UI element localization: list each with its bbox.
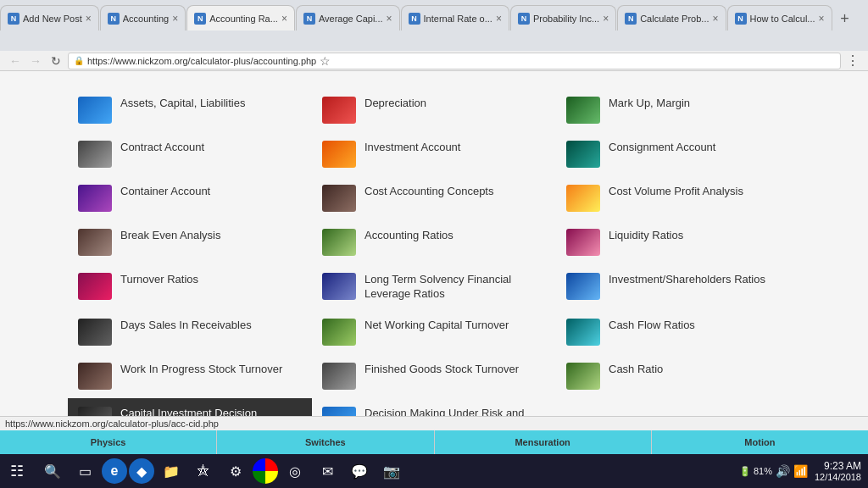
tab-label-0: Add New Post: [23, 14, 82, 24]
tab-label-6: Calculate Prob...: [640, 14, 709, 24]
tab-close-6[interactable]: ×: [713, 13, 719, 25]
bookmark-icon[interactable]: ☆: [320, 54, 331, 68]
menu-thumb-15: [78, 319, 112, 346]
status-bar: https://www.nickzom.org/calculator-plus/…: [0, 416, 868, 430]
chrome-icon[interactable]: [253, 458, 278, 484]
menu-item-13[interactable]: Long Term Solvency Financial Leverage Ra…: [312, 264, 556, 310]
file-explorer-icon[interactable]: 📁: [156, 456, 186, 486]
menu-item-2[interactable]: Mark Up, Margin: [556, 88, 800, 132]
menu-label-5: Consignment Account: [609, 141, 715, 155]
cortana-icon[interactable]: ◆: [129, 458, 154, 484]
reload-button[interactable]: ↻: [47, 53, 64, 69]
menu-label-10: Accounting Ratios: [364, 229, 453, 243]
task-view-icon[interactable]: ▭: [70, 456, 100, 486]
menu-item-4[interactable]: Investment Account: [312, 132, 556, 176]
browser-tab-6[interactable]: NCalculate Prob...×: [617, 5, 726, 30]
menu-item-1[interactable]: Depreciation: [312, 88, 556, 132]
menu-item-20[interactable]: Cash Ratio: [556, 354, 800, 398]
menu-label-20: Cash Ratio: [609, 363, 663, 377]
search-taskbar-icon[interactable]: 🔍: [37, 456, 68, 486]
tab-label-4: Internal Rate o...: [424, 14, 492, 24]
bottom-tab-2[interactable]: Mensuration: [435, 430, 652, 454]
menu-item-14[interactable]: Investment/Shareholders Ratios: [556, 264, 800, 310]
camera-icon[interactable]: 📷: [376, 456, 407, 486]
menu-item-12[interactable]: Turnover Ratios: [68, 264, 312, 310]
target-icon[interactable]: ◎: [280, 456, 310, 486]
taskbar-icons: 🔍 ▭ e ◆ 📁 ⛤ ⚙ ◎ ✉ 💬 📷: [34, 456, 410, 486]
lock-icon: 🔒: [74, 56, 84, 65]
menu-thumb-8: [566, 185, 600, 212]
menu-item-17[interactable]: Cash Flow Ratios: [556, 310, 800, 354]
menu-label-18: Work In Progress Stock Turnover: [120, 363, 282, 377]
tab-close-4[interactable]: ×: [496, 13, 502, 25]
status-url: https://www.nickzom.org/calculator-plus/…: [5, 419, 219, 429]
tab-close-7[interactable]: ×: [819, 13, 825, 25]
tab-close-3[interactable]: ×: [387, 13, 392, 25]
browser-tab-7[interactable]: NHow to Calcul...×: [727, 5, 832, 30]
forward-button[interactable]: →: [27, 53, 44, 69]
bottom-tab-0[interactable]: Physics: [0, 430, 217, 454]
tab-close-1[interactable]: ×: [172, 13, 178, 25]
tab-favicon-5: N: [518, 13, 530, 25]
menu-item-7[interactable]: Cost Accounting Concepts: [312, 176, 556, 220]
tab-close-0[interactable]: ×: [86, 13, 92, 25]
edge-icon[interactable]: e: [102, 458, 127, 484]
menu-item-16[interactable]: Net Working Capital Turnover: [312, 310, 556, 354]
menu-item-9[interactable]: Break Even Analysis: [68, 220, 312, 264]
browser-tab-1[interactable]: NAccounting×: [100, 5, 186, 30]
back-button[interactable]: ←: [7, 53, 24, 69]
tab-bar: NAdd New Post×NAccounting×NAccounting Ra…: [0, 0, 868, 30]
menu-item-18[interactable]: Work In Progress Stock Turnover: [68, 354, 312, 398]
battery-text: 🔋 81%: [739, 466, 772, 477]
new-tab-button[interactable]: +: [833, 7, 857, 30]
tab-favicon-2: N: [194, 13, 206, 25]
menu-item-11[interactable]: Liquidity Ratios: [556, 220, 800, 264]
volume-icon[interactable]: 🔊: [776, 464, 790, 478]
menu-label-0: Assets, Capital, Liabilities: [120, 97, 245, 111]
menu-item-19[interactable]: Finished Goods Stock Turnover: [312, 354, 556, 398]
menu-label-14: Investment/Shareholders Ratios: [609, 273, 765, 287]
menu-label-13: Long Term Solvency Financial Leverage Ra…: [364, 273, 546, 302]
extensions-icon[interactable]: ⋮: [844, 53, 861, 69]
browser-tab-2[interactable]: NAccounting Ra...×: [186, 5, 295, 30]
mail-icon[interactable]: ✉: [312, 456, 342, 486]
tab-label-5: Probability Inc...: [533, 14, 599, 24]
menu-thumb-17: [566, 319, 600, 346]
browser-tab-3[interactable]: NAverage Capi...×: [296, 5, 400, 30]
menu-grid: Assets, Capital, Liabilities Depreciatio…: [68, 88, 800, 444]
bottom-tab-1[interactable]: Switches: [217, 430, 434, 454]
menu-label-6: Container Account: [120, 185, 210, 199]
menu-item-10[interactable]: Accounting Ratios: [312, 220, 556, 264]
menu-item-8[interactable]: Cost Volume Profit Analysis: [556, 176, 800, 220]
menu-thumb-9: [78, 229, 112, 256]
browser-tab-5[interactable]: NProbability Inc...×: [510, 5, 616, 30]
tab-label-3: Average Capi...: [319, 14, 383, 24]
menu-thumb-2: [566, 97, 600, 124]
tab-label-1: Accounting: [123, 14, 169, 24]
start-button[interactable]: ☷: [0, 454, 34, 488]
tab-close-2[interactable]: ×: [281, 13, 287, 25]
menu-label-3: Contract Account: [120, 141, 204, 155]
page-content: Assets, Capital, Liabilities Depreciatio…: [0, 71, 868, 468]
menu-thumb-3: [78, 141, 112, 168]
time-display: 9:23 AM: [815, 460, 861, 472]
bottom-tab-3[interactable]: Motion: [652, 430, 868, 454]
menu-item-15[interactable]: Days Sales In Receivables: [68, 310, 312, 354]
menu-thumb-19: [322, 363, 356, 390]
menu-item-3[interactable]: Contract Account: [68, 132, 312, 176]
menu-item-5[interactable]: Consignment Account: [556, 132, 800, 176]
network-icon[interactable]: 📶: [793, 464, 808, 478]
chat-icon[interactable]: 💬: [344, 456, 375, 486]
browser-tab-0[interactable]: NAdd New Post×: [0, 5, 99, 30]
menu-item-6[interactable]: Container Account: [68, 176, 312, 220]
menu-thumb-1: [322, 97, 356, 124]
tab-favicon-1: N: [108, 13, 120, 25]
menu-item-0[interactable]: Assets, Capital, Liabilities: [68, 88, 312, 132]
menu-thumb-16: [322, 319, 356, 346]
calculator-icon[interactable]: ⛤: [188, 456, 219, 486]
browser-tab-4[interactable]: NInternal Rate o...×: [401, 5, 509, 30]
settings-icon[interactable]: ⚙: [220, 456, 251, 486]
address-bar[interactable]: 🔒 https://www.nickzom.org/calculator-plu…: [68, 53, 841, 69]
tab-close-5[interactable]: ×: [603, 13, 609, 25]
tab-favicon-4: N: [409, 13, 420, 25]
